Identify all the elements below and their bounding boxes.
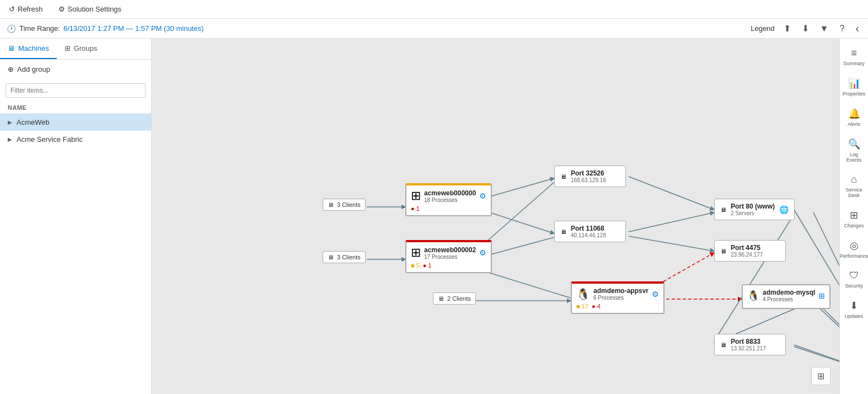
client-node-2[interactable]: 🖥 3 Clients xyxy=(323,251,366,263)
port-node-4475[interactable]: 🖥 Port 4475 23.96.24.177 xyxy=(714,240,786,262)
port-icon-8833: 🖥 xyxy=(720,342,726,348)
port-ip-11068: 40.114.46.128 xyxy=(571,232,606,238)
linux-icon-mysql: 🐧 xyxy=(747,290,759,302)
tab-groups[interactable]: ⊞ Groups xyxy=(57,39,105,59)
svg-line-14 xyxy=(813,299,839,378)
main-canvas[interactable]: 🖥 3 Clients 🖥 3 Clients 🖥 2 Clients ⊞ ac… xyxy=(152,39,839,394)
machine-admdemo-mysql[interactable]: 🐧 admdemo-mysql 4 Processes ⊞ xyxy=(742,284,831,309)
port-name-11068: Port 11068 xyxy=(571,225,606,232)
security-label: Security xyxy=(845,283,863,289)
windows-icon-1: ⊞ xyxy=(411,189,421,203)
list-item-acmeweb[interactable]: ▶ AcmeWeb xyxy=(0,114,151,131)
port-80-globe-icon: 🌐 xyxy=(779,205,789,214)
port-name-32526: Port 32526 xyxy=(571,169,606,177)
client-icon-2: 🖥 xyxy=(328,254,334,260)
refresh-label: Refresh xyxy=(18,5,43,13)
port-info-11068: Port 11068 40.114.46.128 xyxy=(571,225,606,238)
close-panel-button[interactable]: ‹ xyxy=(853,20,861,37)
machine-admdemo-appsvr[interactable]: 🐧 admdemo-appsvr 6 Processes ⚙ ■ 17 ● 4 xyxy=(571,281,665,314)
client-label-1: 3 Clients xyxy=(337,201,361,208)
filter-button[interactable]: ▼ xyxy=(818,22,831,36)
summary-button[interactable]: ≡ Summary xyxy=(840,43,868,71)
add-group-button[interactable]: ⊕ Add group xyxy=(0,60,151,79)
port-icon-11068: 🖥 xyxy=(560,228,566,235)
machine-name-2: acmeweb000002 xyxy=(424,246,476,254)
machine-name-mysql: admdemo-mysql xyxy=(763,289,815,296)
add-group-icon: ⊕ xyxy=(8,65,14,73)
list-item-acme-service-fabric[interactable]: ▶ Acme Service Fabric xyxy=(0,131,151,148)
time-range-label: Time Range: xyxy=(19,24,60,33)
zoom-controls: ⊞ xyxy=(811,367,831,385)
port-name-80: Port 80 (www) xyxy=(731,203,775,210)
refresh-icon: ↺ xyxy=(9,5,15,13)
mysql-icon: ⊞ xyxy=(818,291,825,300)
service-desk-button[interactable]: ⌂ Service Desk xyxy=(840,169,868,203)
port-node-8833[interactable]: 🖥 Port 8833 13.92.251.217 xyxy=(714,334,786,355)
refresh-button[interactable]: ↺ Refresh xyxy=(6,3,46,15)
add-group-label: Add group xyxy=(17,65,50,73)
solution-settings-button[interactable]: ⚙ Solution Settings xyxy=(55,3,125,15)
svg-line-8 xyxy=(629,177,714,210)
client-icon-1: 🖥 xyxy=(328,201,334,208)
clock-icon: 🕐 xyxy=(7,24,16,33)
alerts-label: Alerts xyxy=(848,121,860,127)
port-name-8833: Port 8833 xyxy=(731,338,766,345)
machine-acmeweb000002[interactable]: ⊞ acmeweb000002 17 Processes ⚙ ■ 5 ● 1 xyxy=(405,240,492,273)
badge-red-2: ● 1 xyxy=(423,262,432,269)
machine-settings-icon-3: ⚙ xyxy=(652,290,659,299)
machine-name-1: acmeweb000000 xyxy=(424,189,476,197)
port-info-8833: Port 8833 13.92.251.217 xyxy=(731,338,766,352)
chevron-down-icon: ▶ xyxy=(8,119,12,125)
port-node-32526[interactable]: 🖥 Port 32526 168.63.129.16 xyxy=(554,166,626,187)
filter-input[interactable] xyxy=(6,83,146,98)
alerts-button[interactable]: 🔔 Alerts xyxy=(840,103,868,131)
properties-icon: 📊 xyxy=(848,77,860,89)
changes-button[interactable]: ⊞ Changes xyxy=(840,205,868,233)
port-node-11068[interactable]: 🖥 Port 11068 40.114.46.128 xyxy=(554,221,626,242)
machine-acmeweb000000[interactable]: ⊞ acmeweb000000 18 Processes ⚙ ● 1 xyxy=(405,183,492,216)
performance-button[interactable]: ◎ Performance xyxy=(840,235,868,263)
security-button[interactable]: 🛡 Security xyxy=(840,265,868,293)
port-ip-32526: 168.63.129.16 xyxy=(571,177,606,183)
collapse-down-button[interactable]: ⬇ xyxy=(800,21,811,36)
chevron-right-icon: ▶ xyxy=(8,136,12,142)
updates-icon: ⬇ xyxy=(850,300,858,312)
machine-proc-2: 17 Processes xyxy=(424,254,476,260)
tab-bar: 🖥 Machines ⊞ Groups xyxy=(0,39,151,60)
legend-label: Legend xyxy=(751,24,774,33)
left-sidebar: 🖥 Machines ⊞ Groups ⊕ Add group NAME ▶ A… xyxy=(0,39,152,394)
machine-proc-3: 6 Processes xyxy=(593,295,649,301)
collapse-up-button[interactable]: ⬆ xyxy=(781,21,793,36)
tab-machines[interactable]: 🖥 Machines xyxy=(0,39,57,59)
machine-proc-mysql: 4 Processes xyxy=(763,296,815,302)
svg-line-18 xyxy=(714,214,794,341)
name-header-label: NAME xyxy=(8,104,26,111)
log-events-button[interactable]: 🔍 Log Events xyxy=(840,134,868,167)
port-info-80: Port 80 (www) 2 Servers xyxy=(731,203,775,216)
linux-icon-3: 🐧 xyxy=(576,287,590,301)
groups-icon: ⊞ xyxy=(65,44,71,52)
help-button[interactable]: ? xyxy=(837,22,846,36)
service-desk-label: Service Desk xyxy=(842,187,866,198)
client-label-2: 3 Clients xyxy=(337,254,361,260)
updates-button[interactable]: ⬇ Updates xyxy=(840,295,868,323)
port-ip-4475: 23.96.24.177 xyxy=(731,252,763,258)
time-range-value: 6/13/2017 1:27 PM — 1:57 PM (30 minutes) xyxy=(63,24,203,33)
main-layout: 🖥 Machines ⊞ Groups ⊕ Add group NAME ▶ A… xyxy=(0,39,868,394)
port-node-80[interactable]: 🖥 Port 80 (www) 2 Servers 🌐 xyxy=(714,199,795,220)
badge-yellow-3: ■ 17 xyxy=(576,303,588,310)
log-events-icon: 🔍 xyxy=(848,138,860,150)
time-range-bar: 🕐 Time Range: 6/13/2017 1:27 PM — 1:57 P… xyxy=(0,19,868,39)
properties-label: Properties xyxy=(843,91,865,97)
log-events-label: Log Events xyxy=(842,152,866,163)
zoom-fit-button[interactable]: ⊞ xyxy=(814,370,828,382)
svg-line-9 xyxy=(629,212,714,232)
client-node-1[interactable]: 🖥 3 Clients xyxy=(323,199,366,211)
client-node-3[interactable]: 🖥 2 Clients xyxy=(433,292,476,305)
performance-icon: ◎ xyxy=(850,239,859,252)
port-icon-80: 🖥 xyxy=(720,206,726,213)
properties-button[interactable]: 📊 Properties xyxy=(840,73,868,101)
svg-line-10 xyxy=(629,236,714,251)
badge-red-1: ● 1 xyxy=(411,205,420,212)
badge-red-3: ● 4 xyxy=(592,303,601,310)
